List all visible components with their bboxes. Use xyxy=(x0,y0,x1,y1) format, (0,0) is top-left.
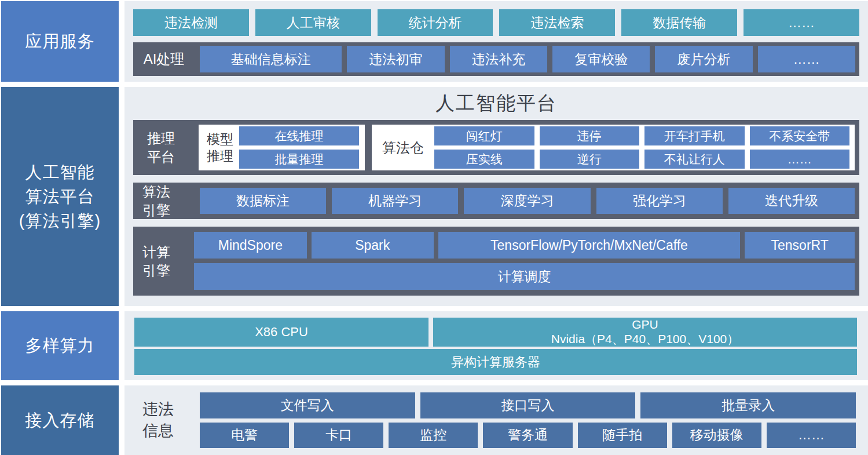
service-block: 统计分析 xyxy=(378,9,493,36)
ai-platform-panel: 人工智能平台 推理 平台 模型 推理 在线推理 批量推理 xyxy=(124,87,868,306)
service-block: 人工审核 xyxy=(255,9,371,36)
write-method-block: 批量录入 xyxy=(640,392,856,418)
band-ai-platform: 人工智能 算法平台 (算法引擎) 人工智能平台 推理 平台 模型 推理 在线推理 xyxy=(0,87,868,306)
compute-engine-label-line: 计算 xyxy=(142,243,194,261)
sidebar-app-services-label: 应用服务 xyxy=(25,29,95,53)
ai-architecture-diagram: 应用服务 违法检测 人工审核 统计分析 违法检索 数据传输 …… AI处理 基础… xyxy=(0,0,868,455)
algo-engine-block: 强化学习 xyxy=(596,188,723,214)
algo-engine-label: 算法 引擎 xyxy=(133,183,194,219)
algo-store-block: 压实线 xyxy=(434,150,534,169)
cpu-block: X86 CPU xyxy=(134,318,428,347)
service-block: 违法检索 xyxy=(499,9,615,36)
source-block: 电警 xyxy=(200,423,289,448)
compute-engine-label-line: 引擎 xyxy=(142,261,194,279)
algo-store-block: 违停 xyxy=(540,126,640,145)
model-inference-items: 在线推理 批量推理 xyxy=(239,126,359,169)
framework-block: TensorFlow/PyTorch/MxNet/Caffe xyxy=(438,232,741,259)
sidebar-app-services: 应用服务 xyxy=(1,1,119,82)
band-app-services: 应用服务 违法检测 人工审核 统计分析 违法检索 数据传输 …… AI处理 基础… xyxy=(0,1,868,82)
model-inference-block: 批量推理 xyxy=(239,150,359,169)
framework-block: Spark xyxy=(312,232,434,259)
algo-engine-block: 深度学习 xyxy=(464,188,590,214)
compute-scheduler-bar: 计算调度 xyxy=(194,263,855,290)
algo-store-block: 逆行 xyxy=(540,150,640,169)
model-inference-group: 模型 推理 在线推理 批量推理 xyxy=(199,125,365,170)
processors-row: X86 CPU GPU Nvidia（P4、P40、P100、V100） xyxy=(134,318,857,347)
violation-info-line: 信息 xyxy=(142,420,200,441)
sidebar-ai-platform: 人工智能 算法平台 (算法引擎) xyxy=(1,87,119,306)
compute-power-panel: X86 CPU GPU Nvidia（P4、P40、P100、V100） 异构计… xyxy=(124,311,868,380)
algo-engine-box: 算法 引擎 数据标注 机器学习 深度学习 强化学习 迭代升级 xyxy=(133,183,859,219)
sources-row: 电警 卡口 监控 警务通 随手拍 移动摄像 …… xyxy=(200,423,856,448)
violation-info-line: 违法 xyxy=(142,399,200,420)
model-inference-block: 在线推理 xyxy=(239,126,359,145)
source-block: 监控 xyxy=(389,423,478,448)
framework-block: TensorRT xyxy=(745,232,855,259)
model-label-line: 推理 xyxy=(207,148,233,165)
sidebar-ai-platform-line: (算法引擎) xyxy=(19,209,101,233)
model-label-line: 模型 xyxy=(207,131,233,148)
band-storage: 接入存储 违法 信息 文件写入 接口写入 批量录入 电警 卡口 监控 警务通 随… xyxy=(0,385,868,455)
source-block: 随手拍 xyxy=(578,423,667,448)
storage-panel: 违法 信息 文件写入 接口写入 批量录入 电警 卡口 监控 警务通 随手拍 移动… xyxy=(124,385,868,455)
source-block: 移动摄像 xyxy=(672,423,761,448)
sidebar-ai-platform-line: 人工智能 xyxy=(25,160,95,184)
gpu-line: Nvidia（P4、P40、P100、V100） xyxy=(551,332,739,347)
algo-store-group: 算法仓 闯红灯 违停 开车打手机 不系安全带 压实线 逆行 不礼让行人 …… xyxy=(372,125,855,170)
inference-label-line: 平台 xyxy=(147,148,199,166)
sidebar-compute-power-label: 多样算力 xyxy=(25,333,95,358)
compute-engine-box: 计算 引擎 MindSpore Spark TensorFlow/PyTorch… xyxy=(133,227,859,296)
algo-store-block: 不系安全带 xyxy=(750,126,850,145)
violation-info-label: 违法 信息 xyxy=(124,399,200,441)
platform-title: 人工智能平台 xyxy=(133,87,859,120)
algo-store-block: 不礼让行人 xyxy=(644,150,745,169)
storage-rows: 文件写入 接口写入 批量录入 电警 卡口 监控 警务通 随手拍 移动摄像 …… xyxy=(200,392,856,448)
sidebar-storage: 接入存储 xyxy=(1,385,119,455)
gpu-line: GPU xyxy=(632,318,658,332)
hetero-server-bar: 异构计算服务器 xyxy=(134,349,857,375)
write-method-block: 接口写入 xyxy=(420,392,636,418)
service-block: 数据传输 xyxy=(621,9,737,36)
source-block: 警务通 xyxy=(483,423,572,448)
algo-engine-label-line: 算法 xyxy=(142,183,194,201)
model-inference-label: 模型 推理 xyxy=(207,131,233,165)
ai-step-block-ellipsis: …… xyxy=(758,46,855,72)
algo-engine-block: 机器学习 xyxy=(332,188,458,214)
compute-frameworks-row: MindSpore Spark TensorFlow/PyTorch/MxNet… xyxy=(194,232,855,259)
inference-platform-box: 推理 平台 模型 推理 在线推理 批量推理 算法仓 闯红灯 xyxy=(133,120,859,175)
band-compute-power: 多样算力 X86 CPU GPU Nvidia（P4、P40、P100、V100… xyxy=(0,311,868,380)
service-block: 违法检测 xyxy=(133,9,249,36)
source-block: 卡口 xyxy=(294,423,383,448)
write-method-block: 文件写入 xyxy=(200,392,415,418)
algo-store-label: 算法仓 xyxy=(372,139,434,157)
inference-platform-label: 推理 平台 xyxy=(138,125,199,170)
algo-store-grid: 闯红灯 违停 开车打手机 不系安全带 压实线 逆行 不礼让行人 …… xyxy=(434,126,849,169)
ai-process-row: AI处理 基础信息标注 违法初审 违法补充 复审校验 废片分析 …… xyxy=(133,42,859,76)
compute-engine-items: MindSpore Spark TensorFlow/PyTorch/MxNet… xyxy=(194,232,855,290)
ai-process-label: AI处理 xyxy=(133,50,195,68)
algo-engine-block: 迭代升级 xyxy=(728,188,855,214)
source-block-ellipsis: …… xyxy=(767,423,856,448)
ai-step-block: 复审校验 xyxy=(552,46,650,72)
write-methods-row: 文件写入 接口写入 批量录入 xyxy=(200,392,856,418)
ai-step-block: 废片分析 xyxy=(655,46,752,72)
algo-engine-label-line: 引擎 xyxy=(142,201,194,219)
sidebar-storage-label: 接入存储 xyxy=(25,408,95,432)
services-row: 违法检测 人工审核 统计分析 违法检索 数据传输 …… xyxy=(133,9,859,36)
algo-engine-block: 数据标注 xyxy=(200,188,326,214)
algo-store-block: 开车打手机 xyxy=(644,126,745,145)
ai-step-block: 基础信息标注 xyxy=(200,46,342,72)
gpu-block: GPU Nvidia（P4、P40、P100、V100） xyxy=(433,318,857,347)
framework-block: MindSpore xyxy=(194,232,307,259)
ai-step-block: 违法补充 xyxy=(450,46,547,72)
sidebar-ai-platform-line: 算法平台 xyxy=(25,184,95,209)
service-block-ellipsis: …… xyxy=(744,9,859,36)
algo-store-block-ellipsis: …… xyxy=(750,150,850,169)
app-services-panel: 违法检测 人工审核 统计分析 违法检索 数据传输 …… AI处理 基础信息标注 … xyxy=(124,1,868,82)
ai-step-block: 违法初审 xyxy=(347,46,444,72)
sidebar-compute-power: 多样算力 xyxy=(1,311,119,380)
compute-engine-label: 计算 引擎 xyxy=(133,232,194,290)
algo-store-block: 闯红灯 xyxy=(434,126,534,145)
inference-label-line: 推理 xyxy=(147,129,199,147)
